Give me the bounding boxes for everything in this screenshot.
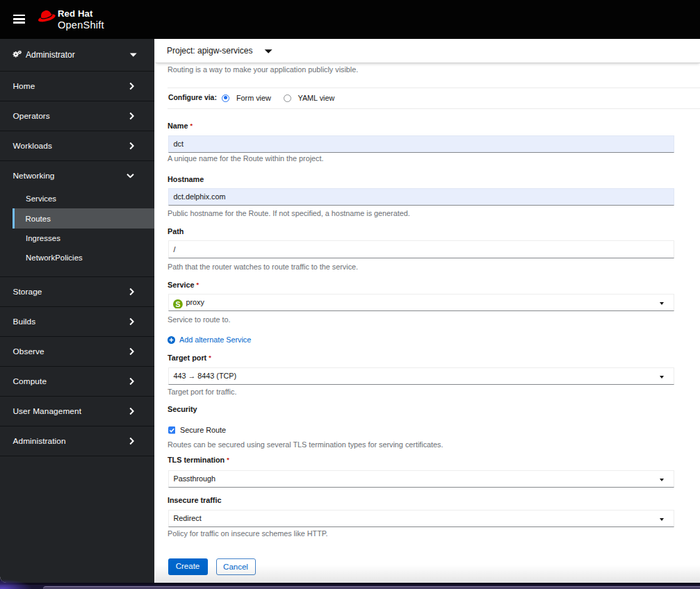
svg-text:S: S bbox=[175, 300, 180, 308]
